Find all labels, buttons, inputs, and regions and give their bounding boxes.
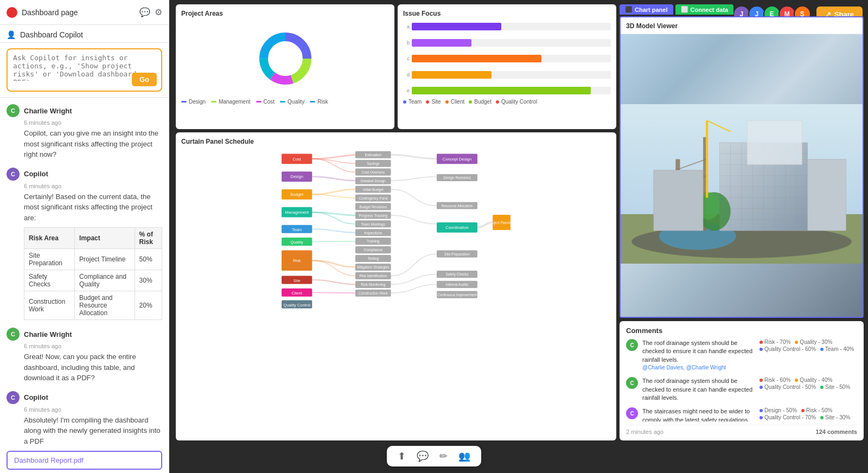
model-viewer-title: 3D Model Viewer	[626, 22, 678, 30]
tag-label: Team - 40%	[825, 346, 854, 352]
table-row: Construction Work Budget and Resource Al…	[24, 291, 162, 320]
comment-mentions: @Charlie Davies, @Charlie Wright	[642, 364, 754, 372]
chat-message: C Copilot 6 minutes ago Certainly! Based…	[7, 168, 162, 321]
message-header: C Copilot	[7, 391, 162, 404]
table-row: Site Preparation Project Timeline 50%	[24, 249, 162, 270]
tag-item: Site - 30%	[820, 414, 850, 420]
comment-item: C The staircases might need to be wider …	[626, 407, 857, 421]
issue-focus-title: Issue Focus	[403, 10, 611, 17]
tag-label: Site - 50%	[825, 384, 850, 390]
tag-row: Design - 50% Risk - 50%	[760, 407, 857, 413]
message-time: 6 minutes ago	[24, 343, 162, 349]
tag-row: Quality Control - 50% Site - 50%	[760, 384, 857, 390]
bar-track	[412, 23, 611, 30]
3d-model-image	[621, 34, 863, 318]
legend-dot	[445, 100, 449, 104]
message-header: C Charlie Wright	[7, 104, 162, 117]
sidebar-header: Dashboard page 💬 ⚙	[0, 0, 169, 25]
tag-dot	[820, 348, 824, 351]
legend-item: Client	[445, 99, 465, 105]
legend-item: Cost	[256, 99, 275, 105]
bar-row: a	[403, 23, 611, 30]
risk-table: Risk Area Impact % of Risk Site Preparat…	[24, 227, 162, 320]
svg-text:Risk Monitoring: Risk Monitoring	[361, 283, 385, 287]
left-panels: Project Areas	[176, 4, 616, 440]
svg-text:Quality Control: Quality Control	[283, 303, 310, 308]
svg-text:Internal Audits: Internal Audits	[446, 283, 469, 286]
tag-dot	[760, 386, 763, 389]
legend-item: Risk	[310, 99, 328, 105]
page-title: Dashboard page	[22, 8, 135, 17]
tag-label: Risk - 60%	[764, 377, 790, 383]
svg-text:Training: Training	[367, 239, 380, 244]
connect-data-tab[interactable]: ⬜ Connect data	[675, 4, 734, 15]
svg-text:Detailed Design: Detailed Design	[361, 179, 386, 183]
comment-toolbar-icon[interactable]: 💬	[417, 450, 429, 462]
legend-dot	[496, 100, 499, 104]
bar-fill	[412, 55, 541, 62]
svg-text:Risk: Risk	[293, 258, 301, 263]
tag-label: Quality Control - 60%	[764, 346, 816, 352]
tag-item: Design - 50%	[760, 407, 797, 413]
tag-label: Risk - 50%	[806, 407, 832, 413]
tag-label: Quality - 40%	[800, 377, 832, 383]
comment-content: The roof drainage system should be check…	[642, 377, 857, 402]
pdf-download-link[interactable]: Dashboard Report.pdf	[7, 451, 162, 470]
tag-item: Quality - 40%	[795, 377, 832, 383]
chat-area: C Charlie Wright 6 minutes ago Copilot, …	[0, 98, 169, 473]
tag-item: Quality Control - 60%	[760, 346, 816, 352]
table-cell: Construction Work	[24, 291, 75, 320]
svg-text:Client: Client	[292, 291, 303, 296]
legend-label: Budget	[474, 99, 492, 105]
comments-panel: Comments C The roof drainage system shou…	[620, 321, 864, 440]
donut-legend: Design Management Cost Quality	[181, 99, 389, 105]
svg-text:Contingency Fund: Contingency Fund	[359, 196, 387, 201]
connect-icon: ⬜	[681, 6, 688, 13]
tag-row: Risk - 60% Quality - 40%	[760, 377, 857, 383]
svg-rect-106	[706, 120, 708, 197]
svg-text:Team: Team	[292, 227, 302, 232]
comments-count: 124 comments	[816, 429, 857, 435]
cursor-icon[interactable]: ⬆	[398, 450, 406, 462]
message-header: C Copilot	[7, 168, 162, 181]
chart-panel-tab[interactable]: ⬛ Chart panel	[620, 4, 673, 15]
pencil-icon[interactable]: ✏	[439, 450, 448, 462]
svg-rect-108	[747, 120, 802, 164]
building-svg	[621, 34, 863, 318]
tag-item: Risk - 60%	[760, 377, 790, 383]
comment-text: The staircases might need to be wider to…	[642, 407, 754, 421]
comments-title: Comments	[626, 327, 857, 335]
svg-text:Continuous Improvement: Continuous Improvement	[437, 293, 477, 297]
bar-label: d	[403, 72, 410, 78]
legend-item: Team	[403, 99, 422, 105]
svg-text:Resource Allocation: Resource Allocation	[442, 204, 473, 208]
project-areas-title: Project Areas	[181, 10, 389, 17]
comment-item: C The roof drainage system should be che…	[626, 339, 857, 372]
avatar: C	[7, 168, 20, 181]
settings-icon[interactable]: ⚙	[155, 7, 162, 17]
table-cell: 20%	[135, 291, 162, 320]
comment-text: The roof drainage system should be check…	[642, 339, 754, 364]
sender-name: Charlie Wright	[24, 330, 72, 338]
avatar: C	[7, 104, 20, 117]
model-viewer-header: 3D Model Viewer	[621, 17, 863, 34]
tag-dot	[760, 409, 763, 412]
legend-dot	[469, 100, 472, 104]
go-button[interactable]: Go	[132, 73, 157, 86]
sender-name: Copilot	[24, 393, 48, 401]
model-viewer-container: ⬛ Chart panel ⬜ Connect data 3D Model Vi…	[620, 16, 864, 440]
legend-item: Site	[426, 99, 441, 105]
comment-icon[interactable]: 💬	[139, 7, 150, 17]
svg-text:Savings: Savings	[367, 162, 380, 166]
donut-chart	[181, 21, 389, 97]
commenter-avatar: C	[626, 339, 638, 351]
chat-message: C Charlie Wright 6 minutes ago Great! No…	[7, 328, 162, 383]
message-body: Certainly! Based on the current data, th…	[24, 191, 162, 223]
users-icon[interactable]: 👥	[458, 450, 470, 462]
tag-label: Site - 30%	[825, 414, 850, 420]
tag-item: Team - 40%	[820, 346, 854, 352]
tag-item: Risk - 70%	[760, 339, 790, 345]
comment-content: The staircases might need to be wider to…	[642, 407, 857, 421]
table-cell: 50%	[135, 249, 162, 270]
commenter-avatar: C	[626, 407, 638, 419]
